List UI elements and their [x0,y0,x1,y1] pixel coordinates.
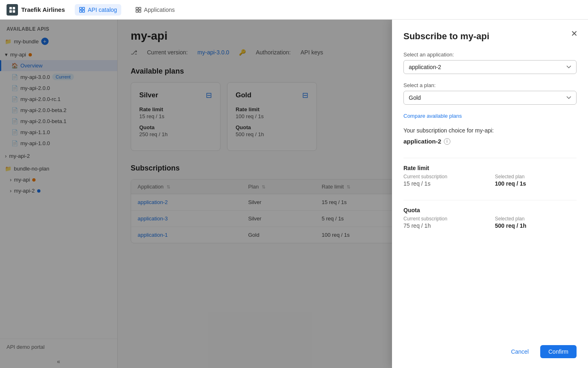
divider-1 [403,158,577,158]
svg-rect-1 [13,7,15,9]
rate-limit-current-value: 15 req / 1s [403,180,485,187]
panel-actions: Cancel Confirm [403,339,577,358]
svg-rect-3 [13,10,15,13]
top-nav: Traefik Airlines API catalog Application… [0,0,588,20]
rate-limit-selected-label: Selected plan [495,174,577,180]
info-icon[interactable]: i [444,138,450,145]
svg-rect-8 [136,7,138,9]
app-logo: Traefik Airlines [7,4,65,16]
rate-limit-comparison: Rate limit Current subscription 15 req /… [403,165,577,187]
quota-cols: Current subscription 75 req / 1h Selecte… [403,216,577,229]
panel-title: Subscribe to my-api [403,31,577,42]
main-layout: Available APIs 📁 my-bundle + ▾ my-api 🏠 … [0,20,588,368]
svg-rect-6 [80,10,82,12]
nav-applications[interactable]: Applications [131,4,179,16]
svg-rect-2 [9,10,12,13]
select-application-label: Select an application: [403,52,577,58]
svg-rect-4 [80,7,82,9]
quota-selected-value: 500 req / 1h [495,222,577,229]
rate-limit-cols: Current subscription 15 req / 1s Selecte… [403,174,577,187]
svg-rect-0 [9,7,12,9]
plan-select[interactable]: Silver Gold [403,91,577,105]
divider-2 [403,200,577,200]
quota-current-col: Current subscription 75 req / 1h [403,216,485,229]
svg-rect-7 [82,10,85,12]
compare-plans-link[interactable]: Compare available plans [403,113,577,119]
quota-title: Quota [403,207,577,213]
svg-rect-9 [139,7,141,9]
quota-selected-col: Selected plan 500 req / 1h [495,216,577,229]
rate-limit-title: Rate limit [403,165,577,171]
rate-limit-selected-value: 100 req / 1s [495,180,577,187]
nav-api-catalog[interactable]: API catalog [75,4,121,16]
quota-comparison: Quota Current subscription 75 req / 1h S… [403,207,577,229]
subscribe-panel: ✕ Subscribe to my-api Select an applicat… [392,20,588,368]
quota-current-value: 75 req / 1h [403,222,485,229]
logo-icon [7,4,18,16]
cancel-button[interactable]: Cancel [504,345,535,358]
subscription-choice-label: Your subscription choice for my-api: [403,127,577,134]
close-panel-button[interactable]: ✕ [568,28,580,39]
subscription-app-name: application-2 i [403,138,577,145]
svg-rect-5 [82,7,85,9]
svg-rect-10 [136,10,138,12]
svg-rect-11 [139,10,141,12]
quota-current-label: Current subscription [403,216,485,222]
confirm-button[interactable]: Confirm [540,345,577,358]
rate-limit-selected-col: Selected plan 100 req / 1s [495,174,577,187]
rate-limit-current-label: Current subscription [403,174,485,180]
application-select[interactable]: application-2 application-1 application-… [403,60,577,74]
quota-selected-label: Selected plan [495,216,577,222]
app-title: Traefik Airlines [21,6,65,13]
rate-limit-current-col: Current subscription 15 req / 1s [403,174,485,187]
select-plan-label: Select a plan: [403,82,577,88]
